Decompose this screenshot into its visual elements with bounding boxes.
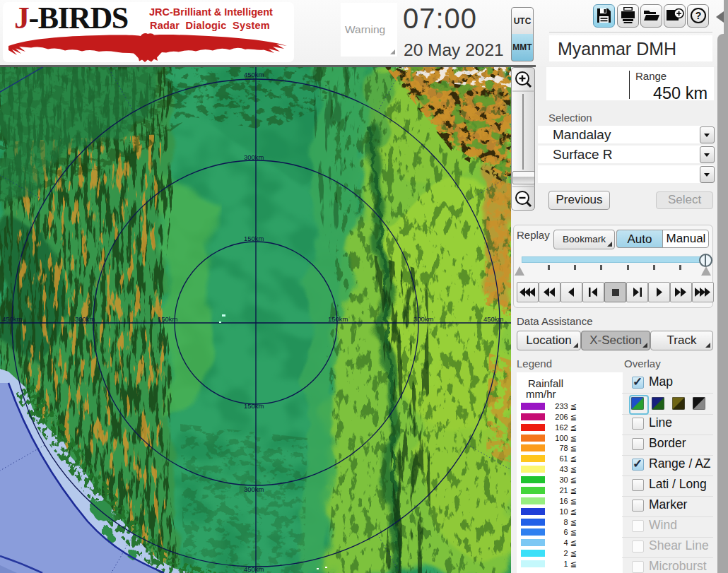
svg-text:300km: 300km <box>244 485 264 493</box>
svg-text:150km: 150km <box>244 402 264 410</box>
svg-text:300km: 300km <box>413 315 434 323</box>
svg-text:450km: 450km <box>244 565 264 573</box>
svg-text:300km: 300km <box>244 153 264 161</box>
svg-text:300km: 300km <box>75 315 95 323</box>
svg-text:?: ? <box>695 10 702 21</box>
svg-text:450km: 450km <box>483 315 504 323</box>
svg-text:450km: 450km <box>2 315 23 323</box>
svg-text:450km: 450km <box>244 71 264 78</box>
svg-text:150km: 150km <box>158 315 178 323</box>
svg-text:150km: 150km <box>328 315 348 323</box>
svg-text:150km: 150km <box>244 235 264 242</box>
